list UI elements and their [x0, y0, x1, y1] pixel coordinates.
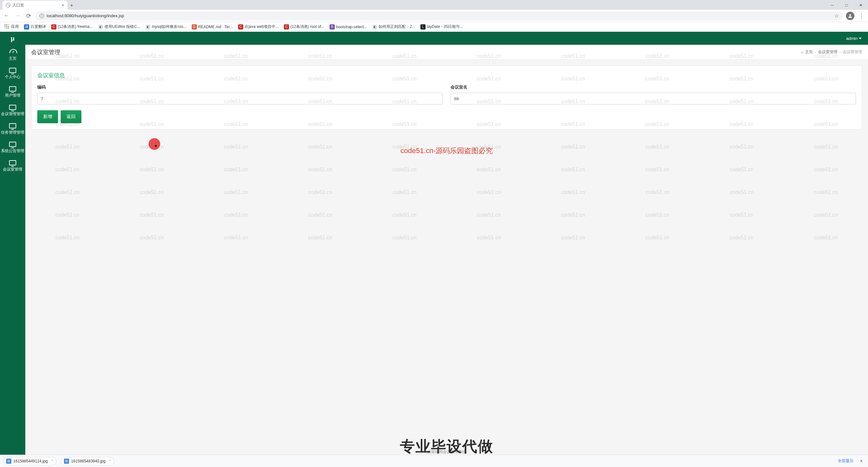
maximize-button[interactable]: □ [839, 1, 854, 10]
bookmark-icon: L [421, 24, 426, 30]
downloads-show-all[interactable]: 全部显示 [838, 458, 854, 464]
monitor-icon [9, 142, 16, 147]
file-image-icon: ▤ [6, 459, 11, 464]
download-filename: 1615885449114.jpg [13, 459, 48, 463]
browser-tab[interactable]: 入口页 × [3, 1, 67, 10]
room-name-input[interactable] [451, 93, 856, 104]
code-input[interactable] [37, 93, 443, 104]
form-card: 会议室信息 编码 会议室名 新增 返回 [31, 65, 862, 129]
user-dropdown[interactable]: admin [846, 36, 862, 41]
file-image-icon: ▤ [64, 459, 69, 464]
download-item[interactable]: ▤ 1615885449114.jpg ⌃ [3, 457, 56, 465]
page-header: 会议室管理 ⌂ 主页 › 会议室管理 › 会议室管理 [25, 45, 868, 60]
sidebar-item-label: 任务管理管理 [1, 130, 24, 135]
bookmark-item[interactable]: ◧如何用正则匹配：2... [370, 23, 417, 30]
monitor-icon [9, 123, 16, 128]
add-button[interactable]: 新增 [37, 110, 58, 123]
bookmark-icon: C [51, 24, 56, 30]
sidebar-item-profile[interactable]: 个人中心 [0, 65, 25, 83]
bookmark-icon: G [192, 24, 197, 30]
window-controls: ─ □ ✕ [825, 1, 868, 10]
address-bar: ← → ⟳ i localhost:8080/huiyiguanlixitong… [0, 10, 868, 22]
forward-button[interactable]: → [13, 12, 22, 20]
bookmark-item[interactable]: C在java web项目中... [236, 23, 281, 30]
app-header: μ admin [0, 32, 868, 45]
back-button[interactable]: 返回 [61, 110, 82, 123]
breadcrumb: ⌂ 主页 › 会议室管理 › 会议室管理 [801, 49, 862, 55]
bookmark-item[interactable]: C(12条消息) freema... [49, 23, 95, 30]
sidebar-item-label: 个人中心 [5, 74, 21, 80]
click-highlight-icon [149, 138, 160, 150]
sidebar-item-label: 用户管理 [5, 93, 21, 98]
chevron-up-icon[interactable]: ⌃ [51, 459, 54, 463]
tab-close-icon[interactable]: × [62, 3, 64, 8]
bookmark-item[interactable]: C(12条消息) root of... [282, 23, 326, 30]
breadcrumb-current: 会议室管理 [843, 49, 862, 55]
code-label: 编码 [37, 84, 443, 90]
url-input[interactable]: i localhost:8080/huiyiguanlixitong/index… [36, 11, 843, 21]
sidebar-item-room-manage[interactable]: 会议室管理 [0, 157, 25, 176]
back-button[interactable]: ← [3, 12, 10, 20]
browser-tab-bar: 入口页 × + ─ □ ✕ [0, 0, 868, 10]
bookmark-item[interactable]: GREADME.md · Ter... [190, 23, 235, 30]
sidebar-item-meeting-manage[interactable]: 会议管理管理 [0, 101, 25, 120]
tab-title: 入口页 [12, 3, 24, 8]
url-text: localhost:8080/huiyiguanlixitong/index.j… [47, 13, 124, 18]
sidebar-item-label: 主页 [9, 56, 17, 61]
sidebar-item-label: 系统公告管理 [1, 148, 24, 154]
bookmark-item[interactable]: Bbootstrap-select... [328, 23, 369, 30]
downloads-close-icon[interactable]: × [858, 458, 865, 464]
page-title: 会议室管理 [31, 48, 60, 56]
bookmark-bar: 应用 译百度翻译 C(12条消息) freema... ◧使用UEditor 报… [0, 22, 868, 32]
new-tab-button[interactable]: + [67, 1, 76, 10]
bookmark-icon: 译 [24, 24, 29, 30]
monitor-icon [9, 160, 16, 165]
bookmark-icon: ◧ [98, 24, 103, 30]
bookmark-item[interactable]: ◧mysql如何修改roo... [143, 23, 188, 30]
sidebar-item-home[interactable]: 主页 [0, 45, 25, 65]
sidebar-item-label: 会议室管理 [3, 167, 22, 172]
overlay-promo-text: 专业毕设代做 [400, 437, 493, 455]
minimize-button[interactable]: ─ [825, 1, 839, 10]
sidebar-item-users[interactable]: 用户管理 [0, 83, 25, 101]
bookmark-icon: C [238, 24, 243, 30]
sidebar-item-announcement[interactable]: 系统公告管理 [0, 138, 25, 157]
bookmark-item[interactable]: LlayDate - JS日期与... [418, 23, 465, 30]
bookmark-icon: ◧ [372, 24, 377, 30]
app-logo[interactable]: μ [0, 35, 25, 42]
site-info-icon[interactable]: i [39, 13, 44, 18]
bookmark-icon: C [284, 24, 289, 30]
bookmark-star-icon[interactable]: ☆ [834, 13, 839, 19]
monitor-icon [9, 68, 16, 73]
profile-avatar-icon[interactable] [846, 12, 855, 20]
sidebar-item-label: 会议管理管理 [1, 111, 24, 117]
globe-icon [6, 3, 10, 7]
home-icon: ⌂ [801, 50, 803, 54]
download-item[interactable]: ▤ 1615885483940.jpg ⌃ [61, 457, 114, 465]
chevron-up-icon[interactable]: ⌃ [108, 459, 111, 463]
apps-grid-icon [4, 24, 10, 30]
main-content: code51.cncode51.cncode51.cncode51.cncode… [25, 45, 868, 455]
bookmark-icon: ◧ [145, 24, 151, 30]
card-title: 会议室信息 [37, 72, 856, 79]
download-bar: ▤ 1615885449114.jpg ⌃ ▤ 1615885483940.jp… [0, 455, 868, 467]
monitor-icon [9, 86, 16, 91]
breadcrumb-home[interactable]: 主页 [805, 49, 813, 55]
dashboard-icon [9, 48, 16, 55]
bookmark-item[interactable]: 译百度翻译 [22, 23, 48, 30]
caret-down-icon [859, 38, 862, 39]
close-window-button[interactable]: ✕ [854, 1, 868, 10]
sidebar-item-task-manage[interactable]: 任务管理管理 [0, 120, 25, 138]
user-name: admin [846, 36, 858, 41]
download-filename: 1615885483940.jpg [71, 459, 105, 463]
monitor-icon [9, 105, 16, 110]
apps-button[interactable]: 应用 [3, 23, 21, 30]
watermark-banner: code51.cn-源码乐园盗图必究 [401, 146, 493, 156]
browser-menu-button[interactable]: ⋮ [858, 12, 865, 20]
breadcrumb-mid[interactable]: 会议室管理 [818, 49, 838, 55]
bookmark-icon: B [330, 24, 335, 30]
bookmark-item[interactable]: ◧使用UEditor 报错C... [96, 23, 142, 30]
svg-point-0 [849, 14, 851, 15]
room-name-label: 会议室名 [451, 84, 856, 90]
reload-button[interactable]: ⟳ [25, 12, 32, 20]
